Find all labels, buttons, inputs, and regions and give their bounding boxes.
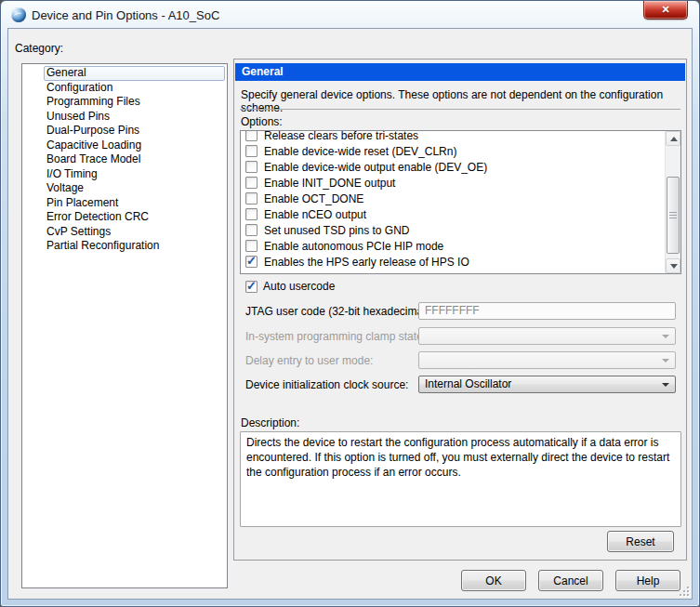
cancel-button[interactable]: Cancel xyxy=(538,570,603,591)
option-row[interactable]: Enables the HPS early release of HPS IO xyxy=(241,254,665,270)
description-label: Description: xyxy=(241,416,299,429)
init-clock-source-value: Internal Oscillator xyxy=(425,377,511,390)
scroll-up-icon xyxy=(670,137,678,141)
delay-user-mode-label: Delay entry to user mode: xyxy=(245,354,373,367)
clamp-state-label: In-system programming clamp state: xyxy=(245,330,426,343)
panel-title: General xyxy=(235,63,685,81)
chevron-down-icon xyxy=(662,359,669,363)
init-clock-source-label: Device initialization clock source: xyxy=(245,378,408,391)
options-rows: Release clears before tri-states Enable … xyxy=(241,130,665,270)
options-label: Options: xyxy=(241,115,283,128)
ok-button[interactable]: OK xyxy=(461,570,526,591)
dialog-body: Category: General Configuration Programm… xyxy=(7,28,693,600)
option-row[interactable]: Enable device-wide reset (DEV_CLRn) xyxy=(241,143,665,159)
quartus-app-icon xyxy=(11,7,26,22)
category-item-configuration[interactable]: Configuration xyxy=(22,81,227,96)
checkbox[interactable] xyxy=(245,208,258,220)
options-scrollbar[interactable] xyxy=(665,131,680,273)
category-list[interactable]: General Configuration Programming Files … xyxy=(21,63,228,588)
checkbox[interactable] xyxy=(245,177,258,189)
close-button[interactable]: ✕ xyxy=(643,1,688,20)
category-item-error-detection-crc[interactable]: Error Detection CRC xyxy=(22,210,227,225)
checkbox[interactable] xyxy=(245,224,258,236)
reset-button[interactable]: Reset xyxy=(607,531,674,552)
category-item-dual-purpose-pins[interactable]: Dual-Purpose Pins xyxy=(22,124,227,139)
option-row[interactable]: Enable OCT_DONE xyxy=(241,191,665,206)
chevron-down-icon xyxy=(662,383,669,387)
separator xyxy=(240,109,680,110)
category-item-general[interactable]: General xyxy=(22,66,227,81)
auto-usercode-checkbox[interactable] xyxy=(245,281,258,293)
category-item-unused-pins[interactable]: Unused Pins xyxy=(22,110,227,125)
checkbox[interactable] xyxy=(245,256,258,268)
window-title: Device and Pin Options - A10_SoC xyxy=(32,8,219,22)
scroll-up-button[interactable] xyxy=(666,131,680,146)
auto-usercode-label: Auto usercode xyxy=(263,280,335,293)
category-label: Category: xyxy=(15,42,63,55)
category-item-cvp-settings[interactable]: CvP Settings xyxy=(22,225,227,240)
checkbox[interactable] xyxy=(245,145,258,157)
checkbox[interactable] xyxy=(245,240,258,252)
checkbox[interactable] xyxy=(245,130,258,141)
scrollbar-thumb[interactable] xyxy=(667,177,680,254)
dialog-buttons: OK Cancel Help xyxy=(8,570,680,591)
category-item-programming-files[interactable]: Programming Files xyxy=(22,95,227,110)
category-item-io-timing[interactable]: I/O Timing xyxy=(22,167,227,182)
category-item-voltage[interactable]: Voltage xyxy=(22,181,227,196)
panel-summary: Specify general device options. These op… xyxy=(241,88,680,114)
delay-user-mode-combobox[interactable] xyxy=(418,351,676,369)
option-row[interactable]: Enable device-wide output enable (DEV_OE… xyxy=(241,159,665,175)
clamp-state-combobox[interactable] xyxy=(418,327,676,345)
checkbox[interactable] xyxy=(245,161,258,173)
category-item-partial-reconfiguration[interactable]: Partial Reconfiguration xyxy=(22,239,227,254)
category-item-board-trace-model[interactable]: Board Trace Model xyxy=(22,152,227,167)
jtag-user-code-field[interactable]: FFFFFFFF xyxy=(418,302,676,320)
resize-grip[interactable] xyxy=(678,585,689,596)
description-box: Directs the device to restart the config… xyxy=(240,431,681,527)
option-row[interactable]: Set unused TSD pins to GND xyxy=(241,222,665,238)
checkbox[interactable] xyxy=(245,192,258,205)
help-button[interactable]: Help xyxy=(615,570,680,591)
option-row[interactable]: Enable INIT_DONE output xyxy=(241,175,665,191)
jtag-user-code-label: JTAG user code (32-bit hexadecimal): xyxy=(245,305,432,318)
options-list[interactable]: Release clears before tri-states Enable … xyxy=(240,130,681,274)
close-icon: ✕ xyxy=(661,4,669,15)
titlebar[interactable]: Device and Pin Options - A10_SoC ✕ xyxy=(1,1,699,28)
scroll-down-icon xyxy=(670,264,678,269)
category-item-capacitive-loading[interactable]: Capacitive Loading xyxy=(22,139,227,153)
option-row[interactable]: Release clears before tri-states xyxy=(241,130,665,143)
scroll-down-button[interactable] xyxy=(666,258,680,273)
auto-usercode-row[interactable]: Auto usercode xyxy=(245,280,335,293)
option-row[interactable]: Enable nCEO output xyxy=(241,206,665,222)
init-clock-source-combobox[interactable]: Internal Oscillator xyxy=(418,376,676,393)
general-settings-panel: General Specify general device options. … xyxy=(233,59,687,561)
category-item-pin-placement[interactable]: Pin Placement xyxy=(22,196,227,211)
device-pin-options-dialog: Device and Pin Options - A10_SoC ✕ Categ… xyxy=(0,0,700,607)
chevron-down-icon xyxy=(662,335,669,338)
option-row[interactable]: Enable autonomous PCIe HIP mode xyxy=(241,238,665,254)
